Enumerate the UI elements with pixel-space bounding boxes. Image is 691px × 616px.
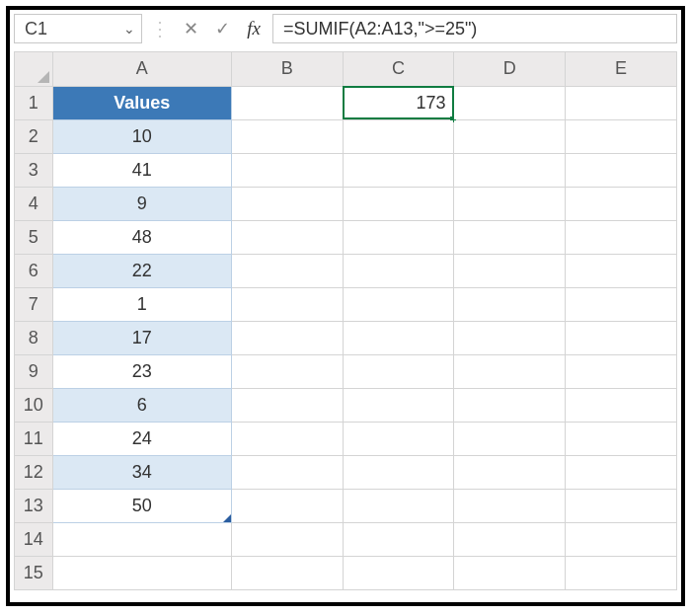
cell[interactable]	[454, 321, 566, 354]
cell[interactable]	[231, 422, 343, 455]
cell[interactable]	[454, 354, 566, 388]
col-header-A[interactable]: A	[52, 52, 231, 86]
table-cell[interactable]: 10	[52, 119, 231, 153]
formula-input[interactable]: =SUMIF(A2:A13,">=25")	[272, 14, 677, 43]
cell[interactable]	[343, 153, 454, 187]
cell[interactable]	[566, 153, 677, 187]
row-header[interactable]: 14	[15, 522, 52, 556]
cell[interactable]	[454, 556, 566, 589]
table-cell-last[interactable]: 50	[52, 489, 231, 522]
cell[interactable]	[454, 119, 566, 153]
fx-icon[interactable]: fx	[241, 16, 267, 41]
col-header-E[interactable]: E	[566, 52, 677, 86]
cell[interactable]	[343, 187, 454, 220]
row-header[interactable]: 12	[15, 455, 52, 489]
cell[interactable]	[231, 86, 343, 119]
table-cell[interactable]: 34	[52, 455, 231, 489]
cancel-icon[interactable]: ✕	[178, 16, 203, 41]
cell[interactable]	[343, 119, 454, 153]
row-header[interactable]: 5	[15, 220, 52, 254]
table-cell[interactable]: 22	[52, 254, 231, 287]
cell[interactable]	[343, 220, 454, 254]
cell[interactable]	[454, 153, 566, 187]
cell[interactable]	[343, 455, 454, 489]
row-header[interactable]: 1	[15, 86, 52, 119]
cell[interactable]	[454, 455, 566, 489]
cell[interactable]	[231, 321, 343, 354]
cell[interactable]	[231, 354, 343, 388]
row-header[interactable]: 2	[15, 119, 52, 153]
cell[interactable]	[343, 354, 454, 388]
row-header[interactable]: 7	[15, 287, 52, 321]
cell[interactable]	[454, 187, 566, 220]
cell-C1-selected[interactable]: 173	[343, 86, 454, 119]
cell[interactable]	[454, 287, 566, 321]
cell[interactable]	[566, 321, 677, 354]
cell[interactable]	[231, 388, 343, 422]
cell[interactable]	[231, 119, 343, 153]
col-header-C[interactable]: C	[343, 52, 454, 86]
row-header[interactable]: 8	[15, 321, 52, 354]
select-all-corner[interactable]	[15, 52, 52, 86]
cell[interactable]	[454, 422, 566, 455]
cell[interactable]	[566, 287, 677, 321]
table-header-cell[interactable]: Values	[52, 86, 231, 119]
cell[interactable]	[454, 489, 566, 522]
cell[interactable]	[343, 489, 454, 522]
col-header-B[interactable]: B	[231, 52, 343, 86]
row-header[interactable]: 15	[15, 556, 52, 589]
row-header[interactable]: 13	[15, 489, 52, 522]
cell[interactable]	[231, 287, 343, 321]
cell[interactable]	[566, 187, 677, 220]
name-box[interactable]: C1 ⌄	[14, 14, 142, 43]
cell[interactable]	[343, 422, 454, 455]
cell[interactable]	[566, 422, 677, 455]
cell[interactable]	[454, 86, 566, 119]
cell[interactable]	[231, 489, 343, 522]
cell[interactable]	[454, 522, 566, 556]
cell[interactable]	[343, 522, 454, 556]
cell[interactable]	[231, 220, 343, 254]
cell[interactable]	[566, 220, 677, 254]
cell[interactable]	[231, 522, 343, 556]
row-header[interactable]: 10	[15, 388, 52, 422]
cell[interactable]	[231, 556, 343, 589]
col-header-D[interactable]: D	[454, 52, 566, 86]
cell[interactable]	[231, 254, 343, 287]
cell[interactable]	[343, 321, 454, 354]
table-cell[interactable]: 24	[52, 422, 231, 455]
cell[interactable]	[566, 455, 677, 489]
cell[interactable]	[52, 522, 231, 556]
cell[interactable]	[566, 86, 677, 119]
worksheet-grid[interactable]: A B C D E 1 Values 173 2 10 3 41	[14, 51, 677, 590]
table-cell[interactable]: 6	[52, 388, 231, 422]
table-cell[interactable]: 17	[52, 321, 231, 354]
row-header[interactable]: 4	[15, 187, 52, 220]
chevron-down-icon[interactable]: ⌄	[123, 21, 135, 37]
table-cell[interactable]: 1	[52, 287, 231, 321]
cell[interactable]	[343, 556, 454, 589]
cell[interactable]	[343, 287, 454, 321]
cell[interactable]	[454, 220, 566, 254]
table-cell[interactable]: 23	[52, 354, 231, 388]
cell[interactable]	[454, 254, 566, 287]
cell[interactable]	[566, 522, 677, 556]
table-cell[interactable]: 9	[52, 187, 231, 220]
table-cell[interactable]: 48	[52, 220, 231, 254]
cell[interactable]	[566, 119, 677, 153]
table-cell[interactable]: 41	[52, 153, 231, 187]
cell[interactable]	[343, 388, 454, 422]
cell[interactable]	[231, 455, 343, 489]
row-header[interactable]: 9	[15, 354, 52, 388]
cell[interactable]	[566, 354, 677, 388]
row-header[interactable]: 3	[15, 153, 52, 187]
cell[interactable]	[343, 254, 454, 287]
cell[interactable]	[52, 556, 231, 589]
cell[interactable]	[566, 489, 677, 522]
cell[interactable]	[454, 388, 566, 422]
cell[interactable]	[231, 153, 343, 187]
cell[interactable]	[566, 254, 677, 287]
row-header[interactable]: 11	[15, 422, 52, 455]
cell[interactable]	[566, 556, 677, 589]
cell[interactable]	[231, 187, 343, 220]
